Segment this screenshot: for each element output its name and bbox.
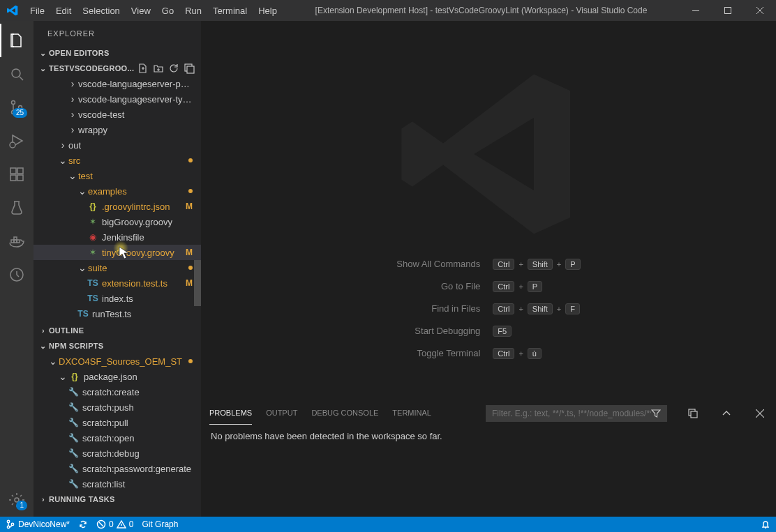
activity-run[interactable] xyxy=(0,124,33,158)
section-outline[interactable]: › OUTLINE xyxy=(33,323,201,338)
npm-script[interactable]: 🔧scratch:pull xyxy=(33,415,201,430)
tree-file[interactable]: ◉Jenkinsfile xyxy=(33,229,201,245)
activity-search[interactable] xyxy=(0,57,33,91)
npm-tree[interactable]: ⌄DXCO4SF_Sources_OEM_ST⌄{}package.json🔧s… xyxy=(33,354,201,492)
new-file-icon[interactable] xyxy=(135,61,151,76)
svg-point-6 xyxy=(12,101,15,105)
chevron-right-icon: › xyxy=(38,326,49,335)
activity-explorer[interactable] xyxy=(0,24,33,57)
menu-terminal[interactable]: Terminal xyxy=(207,0,253,21)
svg-point-4 xyxy=(12,69,20,77)
menu-go[interactable]: Go xyxy=(156,0,179,21)
refresh-icon[interactable] xyxy=(166,61,181,76)
tree-file[interactable]: TSrunTest.ts xyxy=(33,306,201,321)
svg-rect-17 xyxy=(14,237,17,240)
tree-file[interactable]: TSextension.test.tsM xyxy=(33,275,201,291)
problems-filter[interactable] xyxy=(486,405,667,422)
npm-package-label: package.json xyxy=(84,372,193,382)
tree-folder[interactable]: ⌄src xyxy=(33,153,201,168)
tab-output[interactable]: OUTPUT xyxy=(266,402,297,425)
tree-folder[interactable]: ⌄test xyxy=(33,168,201,183)
tab-terminal[interactable]: TERMINAL xyxy=(392,402,431,425)
jenkins-icon: ◉ xyxy=(87,232,99,242)
section-running-tasks[interactable]: › RUNNING TASKS xyxy=(33,492,201,507)
menu-file[interactable]: File xyxy=(24,0,50,21)
panel-close-icon[interactable] xyxy=(752,406,768,421)
git-status: M xyxy=(186,248,193,257)
panel-maximize-icon[interactable] xyxy=(719,406,734,421)
menu-run[interactable]: Run xyxy=(179,0,207,21)
file-tree[interactable]: ›vscode-languageserver-protocol›vscode-l… xyxy=(33,76,201,323)
npm-script[interactable]: 🔧scratch:create xyxy=(33,384,201,400)
activity-settings[interactable]: 1 xyxy=(0,483,33,517)
minimize-button[interactable] xyxy=(680,0,712,21)
npm-script-label: scratch:create xyxy=(82,387,193,397)
collapse-icon[interactable] xyxy=(181,61,197,76)
keyboard-key: P xyxy=(565,259,580,270)
menu-edit[interactable]: Edit xyxy=(50,0,77,21)
menu-help[interactable]: Help xyxy=(253,0,283,21)
activity-docker[interactable] xyxy=(0,225,33,258)
maximize-button[interactable] xyxy=(712,0,744,21)
tree-file[interactable]: {}.groovylintrc.jsonM xyxy=(33,199,201,214)
status-bell[interactable] xyxy=(761,519,770,529)
status-branch[interactable]: DevNicoNew* xyxy=(6,519,70,529)
activity-extensions[interactable] xyxy=(0,158,33,191)
tree-item-label: runTest.ts xyxy=(92,309,193,319)
tree-folder[interactable]: ›vscode-languageserver-protocol xyxy=(33,76,201,91)
tree-folder[interactable]: ⌄suite xyxy=(33,260,201,275)
close-button[interactable] xyxy=(744,0,776,21)
chevron-right-icon: › xyxy=(67,78,78,89)
editor-area: Show All CommandsCtrl+Shift+PGo to FileC… xyxy=(201,21,776,517)
section-npm[interactable]: ⌄ NPM SCRIPTS xyxy=(33,338,201,354)
welcome-command-label: Start Debugging xyxy=(396,326,480,336)
new-folder-icon[interactable] xyxy=(151,61,166,76)
collapse-all-icon[interactable] xyxy=(685,406,701,421)
tree-item-label: out xyxy=(68,140,193,151)
tree-folder[interactable]: ›out xyxy=(33,137,201,153)
activity-timeline[interactable] xyxy=(0,258,33,291)
npm-script[interactable]: 🔧scratch:open xyxy=(33,430,201,446)
npm-script[interactable]: 🔧scratch:password:generate xyxy=(33,461,201,476)
npm-script-label: scratch:push xyxy=(82,402,193,413)
svg-rect-13 xyxy=(17,175,23,181)
activity-scm[interactable]: 25 xyxy=(0,91,33,124)
tree-folder[interactable]: ›vscode-test xyxy=(33,107,201,122)
npm-root[interactable]: ⌄DXCO4SF_Sources_OEM_ST xyxy=(33,354,201,369)
status-gitgraph[interactable]: Git Graph xyxy=(142,519,178,529)
chevron-down-icon: ⌄ xyxy=(77,185,88,197)
menu-view[interactable]: View xyxy=(126,0,156,21)
tree-folder[interactable]: ›wrappy xyxy=(33,122,201,137)
tab-debug-console[interactable]: DEBUG CONSOLE xyxy=(311,402,378,425)
tree-file[interactable]: TSindex.ts xyxy=(33,291,201,306)
keyboard-key: Ctrl xyxy=(493,259,514,270)
npm-package[interactable]: ⌄{}package.json xyxy=(33,369,201,384)
filter-icon[interactable] xyxy=(651,409,661,418)
status-sync[interactable] xyxy=(78,519,88,529)
problems-filter-input[interactable] xyxy=(492,409,651,418)
menu-selection[interactable]: Selection xyxy=(77,0,125,21)
keyboard-key: F5 xyxy=(493,326,512,337)
activity-test[interactable] xyxy=(0,191,33,225)
section-open-editors[interactable]: ⌄ OPEN EDITORS xyxy=(33,45,201,61)
svg-rect-0 xyxy=(692,10,699,11)
tree-file[interactable]: ✶tinyGroovy.groovyM xyxy=(33,245,201,260)
svg-line-5 xyxy=(20,77,23,80)
welcome-command-keys: Ctrl+Shift+F xyxy=(493,303,580,314)
status-errors-warnings[interactable]: 0 0 xyxy=(96,519,133,529)
npm-root-label: DXCO4SF_Sources_OEM_ST xyxy=(59,356,186,367)
npm-script[interactable]: 🔧scratch:debug xyxy=(33,446,201,461)
chevron-right-icon: › xyxy=(38,495,49,503)
json-icon: {} xyxy=(68,372,81,381)
tab-problems[interactable]: PROBLEMS xyxy=(209,402,252,425)
settings-badge: 1 xyxy=(16,501,27,510)
keyboard-key: P xyxy=(528,281,542,292)
tool-icon: 🔧 xyxy=(67,387,80,397)
tree-folder[interactable]: ⌄examples xyxy=(33,183,201,199)
npm-script[interactable]: 🔧scratch:push xyxy=(33,400,201,415)
npm-script[interactable]: 🔧scratch:list xyxy=(33,476,201,492)
section-workspace[interactable]: ⌄ TESTVSCODEGROO... xyxy=(33,61,201,76)
tree-folder[interactable]: ›vscode-languageserver-types xyxy=(33,91,201,107)
typescript-icon: TS xyxy=(87,294,99,303)
tree-file[interactable]: ✶bigGroovy.groovy xyxy=(33,214,201,229)
